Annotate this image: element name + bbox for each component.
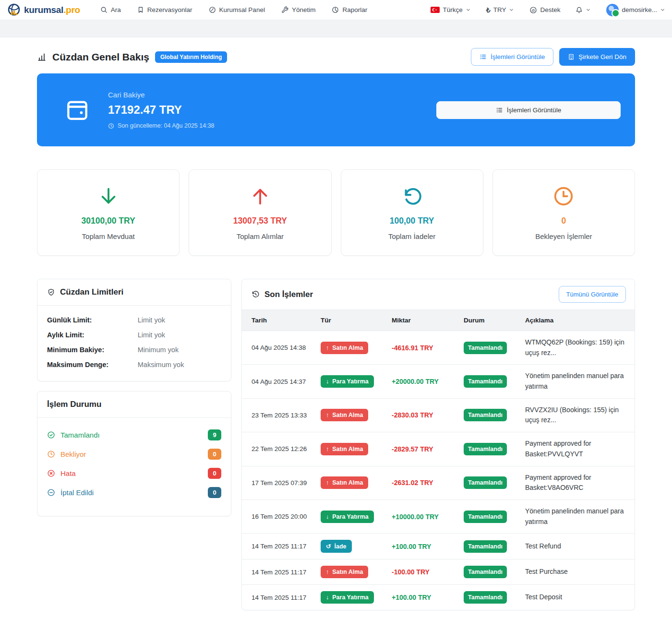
- column-header-type: Tür: [315, 310, 386, 331]
- chevron-down-icon: [466, 7, 471, 12]
- transaction-amount: -100.00 TRY: [392, 568, 430, 576]
- status-count-badge: 0: [208, 449, 221, 460]
- view-transactions-button[interactable]: İşlemleri Görüntüle: [471, 48, 553, 66]
- transaction-date: 14 Tem 2025 11:17: [242, 585, 315, 610]
- back-to-company-button[interactable]: Şirkete Geri Dön: [559, 48, 635, 66]
- circle-minus-icon: [47, 488, 55, 497]
- transaction-status-title: İşlem Durumu: [47, 400, 101, 409]
- nav-item-corporate-panel[interactable]: Kurumsal Panel: [209, 6, 265, 13]
- wallet-limits-card: Cüzdan Limitleri Günlük Limit: Limit yok…: [37, 279, 231, 381]
- column-header-description: Açıklama: [519, 310, 635, 331]
- hero-view-transactions-button[interactable]: İşlemleri Görüntüle: [436, 101, 621, 119]
- nav-item-reports[interactable]: Raporlar: [332, 6, 367, 13]
- nav-item-management[interactable]: Yönetim: [281, 6, 316, 13]
- stat-cards: 30100,00 TRY Toplam Mevduat 13007,53 TRY…: [37, 169, 635, 256]
- transaction-amount: +100.00 TRY: [392, 543, 431, 550]
- transaction-row[interactable]: 14 Tem 2025 11:17 ↓ Para Yatırma +100.00…: [242, 585, 635, 610]
- bell-icon: [576, 6, 583, 14]
- status-count-badge: 0: [208, 468, 221, 479]
- balance-label: Cari Bakiye: [108, 91, 215, 99]
- clock-icon: [552, 185, 575, 207]
- building-icon: [568, 53, 575, 60]
- main-menu: Ara Rezervasyonlar Kurumsal Panel Yöneti…: [100, 6, 367, 13]
- user-menu[interactable]: demosirke...: [606, 4, 665, 16]
- currency-selector[interactable]: ₺ TRY: [486, 6, 515, 14]
- stat-label: Toplam Alımlar: [194, 232, 326, 240]
- notifications-button[interactable]: [576, 6, 591, 14]
- circle-check-icon: [47, 431, 55, 439]
- nav-item-search[interactable]: Ara: [100, 6, 121, 13]
- transaction-description: Payment approved for Basket:PVVLQYVT: [525, 439, 629, 459]
- balance-card: Cari Bakiye 17192.47 TRY Son güncelleme:…: [37, 73, 635, 146]
- type-pill-icon: ↑: [326, 412, 329, 418]
- transaction-status-badge: Tamamlandı: [464, 566, 507, 578]
- transaction-type-pill: ↑ Satın Alma: [321, 409, 368, 421]
- transaction-status-badge: Tamamlandı: [464, 409, 507, 421]
- transaction-date: 14 Tem 2025 11:17: [242, 559, 315, 585]
- view-all-button[interactable]: Tümünü Görüntüle: [559, 286, 626, 303]
- transaction-row[interactable]: 14 Tem 2025 11:17 ↑ Satın Alma -100.00 T…: [242, 559, 635, 585]
- transaction-row[interactable]: 22 Tem 2025 12:26 ↑ Satın Alma -2829.57 …: [242, 432, 635, 466]
- bookmark-icon: [137, 6, 144, 13]
- left-column: Cüzdan Limitleri Günlük Limit: Limit yok…: [37, 279, 231, 516]
- transaction-description: Payment approved for Basket:V8AO6VRC: [525, 473, 629, 493]
- company-badge: Global Yatırım Holding: [155, 51, 227, 63]
- transaction-date: 04 Ağu 2025 14:38: [242, 331, 315, 365]
- stat-label: Bekleyen İşlemler: [498, 232, 630, 240]
- stat-card-total-refunds: 100,00 TRY Toplam İadeler: [341, 169, 483, 256]
- clock-icon: [47, 450, 55, 458]
- transaction-amount: +10000.00 TRY: [392, 513, 439, 521]
- transactions-table: Tarih Tür Miktar Durum Açıklama 04 Ağu 2…: [242, 310, 635, 610]
- balance-amount: 17192.47 TRY: [108, 103, 215, 117]
- type-pill-icon: ↑: [326, 569, 329, 575]
- transaction-type-pill: ↑ Satın Alma: [321, 443, 368, 455]
- recent-transactions-card: Son İşlemler Tümünü Görüntüle Tarih Tür …: [241, 279, 635, 610]
- transaction-date: 22 Tem 2025 12:26: [242, 432, 315, 466]
- transaction-amount: -2631.02 TRY: [392, 479, 433, 487]
- support-link[interactable]: @ Destek: [529, 6, 560, 14]
- transaction-row[interactable]: 23 Tem 2025 13:33 ↑ Satın Alma -2830.03 …: [242, 398, 635, 432]
- arrow-up-icon: [249, 185, 271, 207]
- transaction-status-badge: Tamamlandı: [464, 591, 507, 604]
- type-pill-icon: ↓: [326, 594, 329, 601]
- transaction-row[interactable]: 04 Ağu 2025 14:38 ↑ Satın Alma -4616.91 …: [242, 331, 635, 365]
- language-selector[interactable]: Türkçe: [431, 6, 470, 13]
- column-header-amount: Miktar: [386, 310, 458, 331]
- transaction-row[interactable]: 16 Tem 2025 20:00 ↓ Para Yatırma +10000.…: [242, 499, 635, 533]
- transaction-row[interactable]: 14 Tem 2025 11:17 ↺ İade +100.00 TRY Tam…: [242, 534, 635, 559]
- panel-icon: [209, 6, 216, 13]
- stat-card-pending-transactions: 0 Bekleyen İşlemler: [492, 169, 635, 256]
- top-navbar: kurumsal.pro Ara Rezervasyonlar Kurumsal…: [0, 0, 672, 20]
- wallet-icon: [64, 96, 91, 123]
- support-icon: @: [529, 6, 537, 14]
- transaction-description: WTMQQ62P (Bookings: 159) için uçuş rez..…: [525, 337, 629, 358]
- bar-chart-icon: [37, 52, 47, 62]
- stat-card-total-purchases: 13007,53 TRY Toplam Alımlar: [189, 169, 331, 256]
- limit-row: Minimum Bakiye: Minimum yok: [47, 346, 221, 354]
- transaction-status-badge: Tamamlandı: [464, 540, 507, 553]
- nav-item-reservations[interactable]: Rezervasyonlar: [137, 6, 192, 13]
- transaction-type-pill: ↑ Satın Alma: [321, 476, 368, 489]
- stat-value: 30100,00 TRY: [42, 216, 174, 226]
- column-header-status: Durum: [458, 310, 519, 331]
- transaction-date: 04 Ağu 2025 14:37: [242, 365, 315, 398]
- transaction-type-pill: ↓ Para Yatırma: [321, 591, 374, 604]
- transaction-date: 17 Tem 2025 07:39: [242, 466, 315, 499]
- transaction-row[interactable]: 04 Ağu 2025 14:37 ↓ Para Yatırma +20000.…: [242, 365, 635, 398]
- wallet-limits-title: Cüzdan Limitleri: [60, 287, 123, 297]
- brand-logo[interactable]: kurumsal.pro: [7, 3, 80, 17]
- flag-turkey-icon: [431, 7, 440, 13]
- limit-row: Günlük Limit: Limit yok: [47, 316, 221, 324]
- type-pill-icon: ↓: [326, 513, 329, 520]
- wrench-icon: [281, 6, 288, 13]
- type-pill-icon: ↑: [326, 479, 329, 486]
- transaction-amount: +100.00 TRY: [392, 594, 431, 601]
- transaction-amount: -2829.57 TRY: [392, 445, 433, 453]
- stat-label: Toplam Mevduat: [42, 232, 174, 240]
- transaction-status-card: İşlem Durumu Tamamlandı 9 Bekliyor 0: [37, 391, 231, 516]
- clock-icon: [108, 123, 114, 129]
- transaction-row[interactable]: 17 Tem 2025 07:39 ↑ Satın Alma -2631.02 …: [242, 466, 635, 499]
- page-title: Cüzdan Genel Bakış: [52, 51, 149, 63]
- transaction-date: 14 Tem 2025 11:17: [242, 534, 315, 559]
- status-item-error: Hata 0: [47, 468, 221, 479]
